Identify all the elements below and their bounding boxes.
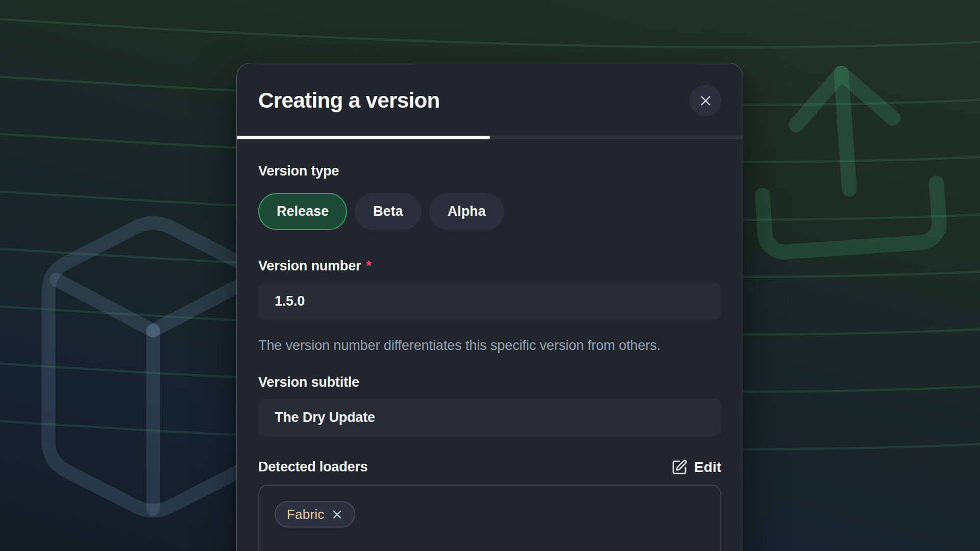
- version-type-alpha[interactable]: Alpha: [429, 193, 504, 230]
- version-subtitle-section: Version subtitle: [258, 374, 721, 436]
- version-number-input[interactable]: [258, 283, 721, 320]
- modal-header: Creating a version: [237, 63, 743, 136]
- close-button[interactable]: [690, 85, 721, 116]
- loader-chip-fabric: Fabric: [275, 501, 355, 528]
- edit-loaders-button[interactable]: Edit: [671, 459, 721, 475]
- required-asterisk: *: [366, 258, 372, 274]
- version-number-label-row: Version number *: [258, 258, 721, 274]
- version-subtitle-label: Version subtitle: [258, 374, 359, 391]
- version-number-help: The version number differentiates this s…: [258, 334, 695, 357]
- edit-loaders-label: Edit: [694, 459, 721, 475]
- loader-chip-label: Fabric: [287, 507, 324, 522]
- upload-icon: [754, 67, 940, 253]
- x-icon: [699, 94, 713, 108]
- detected-loaders-label: Detected loaders: [258, 459, 368, 475]
- modal-title: Creating a version: [258, 89, 440, 112]
- detected-loaders-box: Fabric: [258, 485, 721, 551]
- box-icon: [48, 223, 258, 511]
- version-number-label: Version number: [258, 258, 361, 274]
- detected-loaders-section: Detected loaders Edit Fabric: [258, 459, 721, 551]
- version-subtitle-input[interactable]: [258, 399, 721, 436]
- version-type-label: Version type: [258, 163, 721, 180]
- progress-bar-fill: [237, 136, 490, 139]
- modal-body: Version type Release Beta Alpha Version …: [237, 139, 743, 551]
- square-pen-icon: [671, 459, 688, 475]
- version-type-release[interactable]: Release: [258, 193, 347, 230]
- x-icon: [331, 509, 343, 520]
- create-version-modal: Creating a version Version type Release …: [236, 63, 743, 551]
- progress-bar: [237, 136, 743, 139]
- version-type-beta[interactable]: Beta: [355, 193, 422, 230]
- version-type-options: Release Beta Alpha: [258, 193, 721, 230]
- remove-loader-button[interactable]: [331, 509, 343, 520]
